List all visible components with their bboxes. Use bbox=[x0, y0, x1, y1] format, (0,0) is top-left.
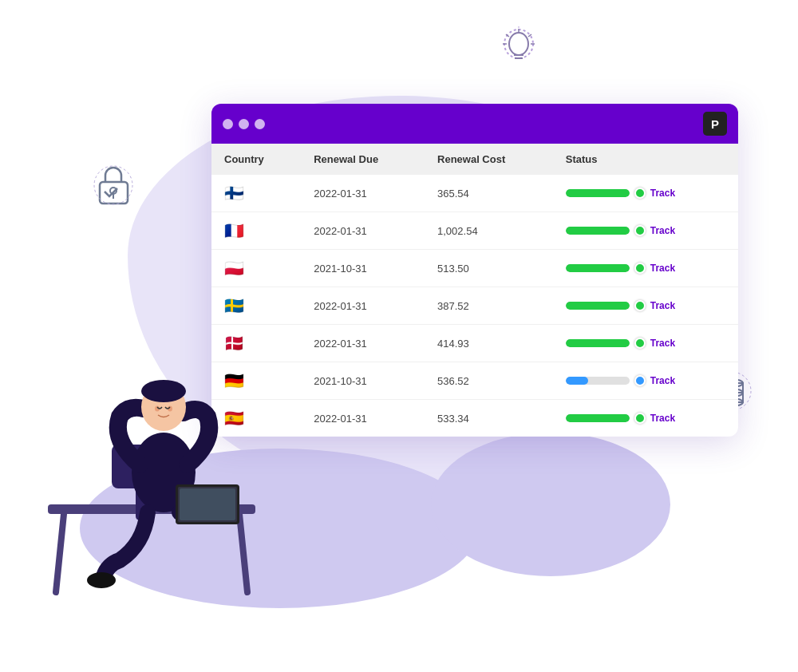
svg-line-21 bbox=[56, 514, 64, 592]
renewal-due-cell: 2022-01-31 bbox=[301, 287, 425, 325]
renewal-due-cell: 2022-01-31 bbox=[301, 175, 425, 212]
status-cell: Track bbox=[553, 287, 738, 325]
status-cell: Track bbox=[553, 212, 738, 250]
dot-3 bbox=[255, 119, 265, 129]
renewal-cost-cell: 365.54 bbox=[425, 175, 553, 212]
country-cell: 🇫🇮 bbox=[211, 175, 301, 212]
data-table: Country Renewal Due Renewal Cost Status … bbox=[211, 144, 738, 437]
status-cell: Track bbox=[553, 175, 738, 212]
dot-2 bbox=[239, 119, 249, 129]
table-row: 🇸🇪2022-01-31387.52Track bbox=[211, 287, 738, 325]
flag-icon: 🇫🇮 bbox=[224, 184, 244, 203]
renewal-due-cell: 2022-01-31 bbox=[301, 212, 425, 250]
renewal-due-cell: 2022-01-31 bbox=[301, 325, 425, 362]
col-status: Status bbox=[553, 144, 738, 175]
track-link[interactable]: Track bbox=[650, 300, 675, 311]
person-illustration bbox=[24, 289, 279, 624]
col-renewal-due: Renewal Due bbox=[301, 144, 425, 175]
status-dot bbox=[634, 188, 646, 199]
status-dot bbox=[634, 300, 646, 311]
track-link[interactable]: Track bbox=[650, 338, 675, 349]
window-dots bbox=[223, 119, 265, 129]
status-cell: Track bbox=[553, 250, 738, 287]
renewal-due-cell: 2021-10-31 bbox=[301, 362, 425, 400]
table-row: 🇫🇮2022-01-31365.54Track bbox=[211, 175, 738, 212]
track-link[interactable]: Track bbox=[650, 225, 675, 236]
flag-icon: 🇫🇷 bbox=[224, 221, 244, 240]
svg-point-27 bbox=[141, 380, 186, 402]
track-link[interactable]: Track bbox=[650, 375, 675, 386]
table-row: 🇪🇸2022-01-31533.34Track bbox=[211, 400, 738, 437]
flag-icon: 🇵🇱 bbox=[224, 259, 244, 278]
svg-point-30 bbox=[87, 572, 116, 588]
dot-1 bbox=[223, 119, 233, 129]
table-row: 🇩🇰2022-01-31414.93Track bbox=[211, 325, 738, 362]
status-cell: Track bbox=[553, 362, 738, 400]
table-header-row: Country Renewal Due Renewal Cost Status bbox=[211, 144, 738, 175]
app-logo: P bbox=[703, 112, 727, 136]
country-cell: 🇵🇱 bbox=[211, 250, 301, 287]
table-row: 🇵🇱2021-10-31513.50Track bbox=[211, 250, 738, 287]
svg-rect-34 bbox=[180, 488, 235, 520]
status-dot bbox=[634, 263, 646, 274]
status-dot bbox=[634, 338, 646, 349]
browser-window: P Country Renewal Due Renewal Cost Statu… bbox=[211, 104, 738, 437]
svg-point-1 bbox=[509, 33, 528, 55]
renewal-cost-cell: 387.52 bbox=[425, 287, 553, 325]
renewal-cost-cell: 536.52 bbox=[425, 362, 553, 400]
status-dot bbox=[634, 225, 646, 236]
track-link[interactable]: Track bbox=[650, 413, 675, 424]
col-country: Country bbox=[211, 144, 301, 175]
status-cell: Track bbox=[553, 325, 738, 362]
renewal-cost-cell: 533.34 bbox=[425, 400, 553, 437]
renewal-cost-cell: 414.93 bbox=[425, 325, 553, 362]
renewal-due-cell: 2021-10-31 bbox=[301, 250, 425, 287]
table-row: 🇫🇷2022-01-311,002.54Track bbox=[211, 212, 738, 250]
track-link[interactable]: Track bbox=[650, 263, 675, 274]
country-cell: 🇫🇷 bbox=[211, 212, 301, 250]
table-row: 🇩🇪2021-10-31536.52Track bbox=[211, 362, 738, 400]
renewal-cost-cell: 513.50 bbox=[425, 250, 553, 287]
svg-line-22 bbox=[239, 514, 247, 592]
status-dot bbox=[634, 375, 646, 386]
background-blob-tail bbox=[431, 433, 670, 576]
titlebar: P bbox=[211, 104, 738, 144]
track-link[interactable]: Track bbox=[650, 188, 675, 199]
renewal-due-cell: 2022-01-31 bbox=[301, 400, 425, 437]
col-renewal-cost: Renewal Cost bbox=[425, 144, 553, 175]
lightbulb-icon bbox=[495, 24, 543, 83]
renewal-cost-cell: 1,002.54 bbox=[425, 212, 553, 250]
lock-icon bbox=[92, 160, 136, 215]
status-dot bbox=[634, 413, 646, 424]
status-cell: Track bbox=[553, 400, 738, 437]
